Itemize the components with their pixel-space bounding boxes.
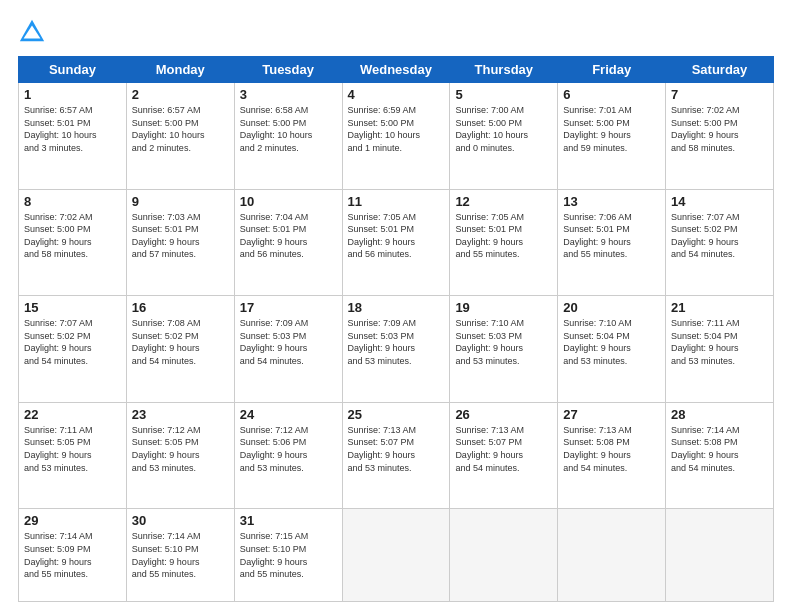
day-info: Sunrise: 7:09 AM Sunset: 5:03 PM Dayligh…: [240, 317, 337, 367]
day-info: Sunrise: 7:14 AM Sunset: 5:09 PM Dayligh…: [24, 530, 121, 580]
day-number: 6: [563, 87, 660, 102]
week-row-5: 29Sunrise: 7:14 AM Sunset: 5:09 PM Dayli…: [19, 509, 774, 602]
calendar-cell: 4Sunrise: 6:59 AM Sunset: 5:00 PM Daylig…: [342, 83, 450, 190]
day-info: Sunrise: 7:09 AM Sunset: 5:03 PM Dayligh…: [348, 317, 445, 367]
day-info: Sunrise: 7:15 AM Sunset: 5:10 PM Dayligh…: [240, 530, 337, 580]
calendar-cell: 9Sunrise: 7:03 AM Sunset: 5:01 PM Daylig…: [126, 189, 234, 296]
calendar-cell: 31Sunrise: 7:15 AM Sunset: 5:10 PM Dayli…: [234, 509, 342, 602]
day-number: 30: [132, 513, 229, 528]
day-info: Sunrise: 7:13 AM Sunset: 5:07 PM Dayligh…: [348, 424, 445, 474]
day-info: Sunrise: 7:07 AM Sunset: 5:02 PM Dayligh…: [671, 211, 768, 261]
calendar-cell: 1Sunrise: 6:57 AM Sunset: 5:01 PM Daylig…: [19, 83, 127, 190]
day-info: Sunrise: 7:02 AM Sunset: 5:00 PM Dayligh…: [671, 104, 768, 154]
day-number: 20: [563, 300, 660, 315]
calendar-cell: 12Sunrise: 7:05 AM Sunset: 5:01 PM Dayli…: [450, 189, 558, 296]
day-info: Sunrise: 7:12 AM Sunset: 5:06 PM Dayligh…: [240, 424, 337, 474]
day-header-thursday: Thursday: [450, 57, 558, 83]
day-number: 22: [24, 407, 121, 422]
calendar-cell: 28Sunrise: 7:14 AM Sunset: 5:08 PM Dayli…: [666, 402, 774, 509]
day-number: 1: [24, 87, 121, 102]
calendar-cell: 29Sunrise: 7:14 AM Sunset: 5:09 PM Dayli…: [19, 509, 127, 602]
day-info: Sunrise: 7:06 AM Sunset: 5:01 PM Dayligh…: [563, 211, 660, 261]
calendar-cell: [558, 509, 666, 602]
day-header-monday: Monday: [126, 57, 234, 83]
calendar-cell: 25Sunrise: 7:13 AM Sunset: 5:07 PM Dayli…: [342, 402, 450, 509]
days-header-row: SundayMondayTuesdayWednesdayThursdayFrid…: [19, 57, 774, 83]
day-number: 3: [240, 87, 337, 102]
calendar-cell: 10Sunrise: 7:04 AM Sunset: 5:01 PM Dayli…: [234, 189, 342, 296]
day-info: Sunrise: 7:14 AM Sunset: 5:10 PM Dayligh…: [132, 530, 229, 580]
day-info: Sunrise: 6:58 AM Sunset: 5:00 PM Dayligh…: [240, 104, 337, 154]
day-header-friday: Friday: [558, 57, 666, 83]
day-info: Sunrise: 7:05 AM Sunset: 5:01 PM Dayligh…: [455, 211, 552, 261]
day-number: 13: [563, 194, 660, 209]
calendar-cell: 16Sunrise: 7:08 AM Sunset: 5:02 PM Dayli…: [126, 296, 234, 403]
day-number: 12: [455, 194, 552, 209]
calendar-table: SundayMondayTuesdayWednesdayThursdayFrid…: [18, 56, 774, 602]
day-number: 27: [563, 407, 660, 422]
day-info: Sunrise: 7:01 AM Sunset: 5:00 PM Dayligh…: [563, 104, 660, 154]
calendar-cell: 17Sunrise: 7:09 AM Sunset: 5:03 PM Dayli…: [234, 296, 342, 403]
day-number: 4: [348, 87, 445, 102]
calendar-cell: [450, 509, 558, 602]
day-info: Sunrise: 7:11 AM Sunset: 5:05 PM Dayligh…: [24, 424, 121, 474]
day-number: 21: [671, 300, 768, 315]
header: [18, 18, 774, 46]
day-number: 2: [132, 87, 229, 102]
calendar-cell: 19Sunrise: 7:10 AM Sunset: 5:03 PM Dayli…: [450, 296, 558, 403]
day-number: 24: [240, 407, 337, 422]
logo: [18, 18, 50, 46]
day-info: Sunrise: 7:13 AM Sunset: 5:08 PM Dayligh…: [563, 424, 660, 474]
day-number: 28: [671, 407, 768, 422]
calendar-cell: 26Sunrise: 7:13 AM Sunset: 5:07 PM Dayli…: [450, 402, 558, 509]
day-info: Sunrise: 7:14 AM Sunset: 5:08 PM Dayligh…: [671, 424, 768, 474]
calendar-cell: 23Sunrise: 7:12 AM Sunset: 5:05 PM Dayli…: [126, 402, 234, 509]
day-number: 19: [455, 300, 552, 315]
calendar-cell: [666, 509, 774, 602]
day-info: Sunrise: 7:04 AM Sunset: 5:01 PM Dayligh…: [240, 211, 337, 261]
calendar-cell: 30Sunrise: 7:14 AM Sunset: 5:10 PM Dayli…: [126, 509, 234, 602]
day-header-saturday: Saturday: [666, 57, 774, 83]
day-number: 26: [455, 407, 552, 422]
day-header-sunday: Sunday: [19, 57, 127, 83]
day-number: 14: [671, 194, 768, 209]
week-row-4: 22Sunrise: 7:11 AM Sunset: 5:05 PM Dayli…: [19, 402, 774, 509]
day-number: 5: [455, 87, 552, 102]
calendar-cell: 2Sunrise: 6:57 AM Sunset: 5:00 PM Daylig…: [126, 83, 234, 190]
day-info: Sunrise: 6:57 AM Sunset: 5:00 PM Dayligh…: [132, 104, 229, 154]
calendar-cell: 22Sunrise: 7:11 AM Sunset: 5:05 PM Dayli…: [19, 402, 127, 509]
day-info: Sunrise: 7:05 AM Sunset: 5:01 PM Dayligh…: [348, 211, 445, 261]
calendar-cell: 15Sunrise: 7:07 AM Sunset: 5:02 PM Dayli…: [19, 296, 127, 403]
page: SundayMondayTuesdayWednesdayThursdayFrid…: [0, 0, 792, 612]
calendar-cell: 24Sunrise: 7:12 AM Sunset: 5:06 PM Dayli…: [234, 402, 342, 509]
calendar-cell: 11Sunrise: 7:05 AM Sunset: 5:01 PM Dayli…: [342, 189, 450, 296]
day-number: 11: [348, 194, 445, 209]
day-info: Sunrise: 7:03 AM Sunset: 5:01 PM Dayligh…: [132, 211, 229, 261]
day-info: Sunrise: 6:59 AM Sunset: 5:00 PM Dayligh…: [348, 104, 445, 154]
day-info: Sunrise: 7:08 AM Sunset: 5:02 PM Dayligh…: [132, 317, 229, 367]
week-row-2: 8Sunrise: 7:02 AM Sunset: 5:00 PM Daylig…: [19, 189, 774, 296]
day-number: 18: [348, 300, 445, 315]
calendar-cell: 18Sunrise: 7:09 AM Sunset: 5:03 PM Dayli…: [342, 296, 450, 403]
day-info: Sunrise: 7:00 AM Sunset: 5:00 PM Dayligh…: [455, 104, 552, 154]
calendar-cell: 5Sunrise: 7:00 AM Sunset: 5:00 PM Daylig…: [450, 83, 558, 190]
day-number: 7: [671, 87, 768, 102]
day-header-wednesday: Wednesday: [342, 57, 450, 83]
calendar-cell: 13Sunrise: 7:06 AM Sunset: 5:01 PM Dayli…: [558, 189, 666, 296]
week-row-3: 15Sunrise: 7:07 AM Sunset: 5:02 PM Dayli…: [19, 296, 774, 403]
day-info: Sunrise: 7:10 AM Sunset: 5:04 PM Dayligh…: [563, 317, 660, 367]
day-number: 29: [24, 513, 121, 528]
calendar-cell: 21Sunrise: 7:11 AM Sunset: 5:04 PM Dayli…: [666, 296, 774, 403]
day-info: Sunrise: 7:02 AM Sunset: 5:00 PM Dayligh…: [24, 211, 121, 261]
day-number: 15: [24, 300, 121, 315]
calendar-cell: 6Sunrise: 7:01 AM Sunset: 5:00 PM Daylig…: [558, 83, 666, 190]
calendar-cell: 8Sunrise: 7:02 AM Sunset: 5:00 PM Daylig…: [19, 189, 127, 296]
day-info: Sunrise: 7:10 AM Sunset: 5:03 PM Dayligh…: [455, 317, 552, 367]
day-number: 23: [132, 407, 229, 422]
day-info: Sunrise: 7:12 AM Sunset: 5:05 PM Dayligh…: [132, 424, 229, 474]
calendar-cell: 14Sunrise: 7:07 AM Sunset: 5:02 PM Dayli…: [666, 189, 774, 296]
day-header-tuesday: Tuesday: [234, 57, 342, 83]
day-number: 31: [240, 513, 337, 528]
calendar-cell: 7Sunrise: 7:02 AM Sunset: 5:00 PM Daylig…: [666, 83, 774, 190]
calendar-cell: 3Sunrise: 6:58 AM Sunset: 5:00 PM Daylig…: [234, 83, 342, 190]
